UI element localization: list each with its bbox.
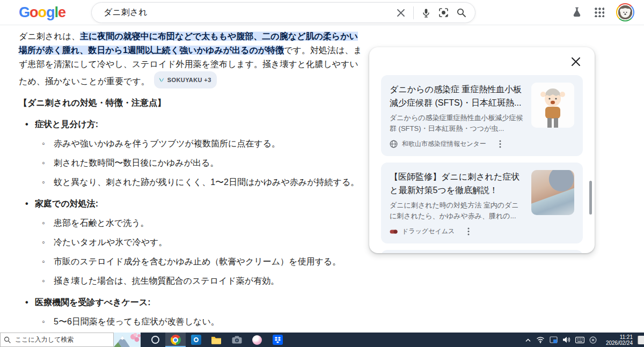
tray-ime-badge-icon[interactable] [550,336,558,344]
cortana-icon [151,336,159,344]
source-badge-label: SOKUYAKU +3 [167,73,211,87]
search-divider [413,6,414,19]
tray-keyboard-icon[interactable] [575,337,584,343]
file-explorer-icon [211,336,222,344]
camera-app-icon [232,336,242,344]
card-title[interactable]: ダニからの感染症 重症熱性血小板減少症候群 (SFTS)・日本紅斑熱... [390,83,525,109]
taskbar-cortana-button[interactable] [145,333,165,347]
logo-letter: e [58,4,65,20]
taskbar-search-icon [4,336,11,343]
source-name[interactable]: 和歌山市感染症情報センター [402,139,486,149]
taskbar-dropbox-button[interactable] [267,333,288,347]
globe-icon [390,140,398,148]
drugstore-favicon [390,229,398,234]
sokuyaku-logo-icon [158,77,165,83]
card-thumbnail-photo [531,170,574,215]
paragraph-text: ダニ刺されは、 [19,32,80,41]
taskbar-file-explorer-button[interactable] [206,333,226,347]
google-logo[interactable]: Google [19,4,65,21]
list-item: 刺された数時間〜数日後にかゆみが出る。 [35,157,362,169]
logo-letter: G [19,4,30,20]
list-item: 5〜6日間薬を使っても症状が改善しない。 [35,316,362,328]
tray-mute-circle-icon[interactable] [589,336,597,344]
group-label: 症状と見分け方: [35,120,98,129]
taskbar-chrome-button[interactable] [165,333,186,347]
tray-chevron-up-icon[interactable] [525,338,531,342]
list-group: 症状と見分け方: 赤みや強いかゆみを伴うブツブツが複数箇所に点在する。 刺された… [19,119,362,188]
outlook-icon [191,335,201,345]
logo-letter: o [30,4,38,20]
google-lens-icon[interactable] [438,8,449,18]
avatar-dog-photo [617,4,633,20]
clock-time: 11:21 [602,334,633,340]
source-card[interactable]: 【医師監修】ダニに刺された症状と最新対策5つを徹底解説！ ダニに刺された時の対処… [381,163,583,243]
source-name[interactable]: ドラッグセイムス [402,227,455,236]
list-item: 赤みや強いかゆみを伴うブツブツが複数箇所に点在する。 [35,138,362,150]
clear-x-icon[interactable] [396,8,406,18]
clock-date: 2026/02/24 [602,340,633,346]
tray-partial-icon[interactable] [638,336,644,344]
ai-overview-content: ダニ刺されは、主に夜間の就寝中に布団などで太ももや腹部、二の腕など肌の柔らかい場… [19,29,362,347]
tray-clock[interactable]: 11:21 2026/02/24 [602,334,633,346]
more-options-icon[interactable] [467,227,470,235]
chrome-icon [171,335,181,345]
ai-overview-paragraph: ダニ刺されは、主に夜間の就寝中に布団などで太ももや腹部、二の腕など肌の柔らかい場… [19,29,362,88]
magnifier-icon[interactable] [456,8,466,18]
taskbar-search-box[interactable]: ここに入力して検索 [0,333,114,347]
list-group: 家庭での対処法: 患部を石鹸と水で洗う。 冷たいタオルや氷で冷やす。 市販のステ… [19,198,362,287]
google-header-bar: Google [0,0,644,25]
taskbar-camera-button[interactable] [226,333,247,347]
taskbar-search-placeholder: ここに入力して検索 [15,335,74,344]
section-title: 【ダニ刺されの対処・特徴・注意点】 [19,97,362,109]
card-description: ダニからの感染症重症熱性血小板減少症候群 (SFTS)・日本紅斑熱・つつが虫..… [390,113,525,134]
logo-letter: o [38,4,47,20]
search-input[interactable] [104,8,396,18]
pink-app-icon [252,335,262,345]
labs-flask-icon[interactable] [571,6,583,18]
microphone-icon[interactable] [421,8,431,18]
list-item: 冷たいタオルや氷で冷やす。 [35,237,362,248]
source-badge[interactable]: SOKUYAKU +3 [154,71,217,88]
sources-panel: ダニからの感染症 重症熱性血小板減少症候群 (SFTS)・日本紅斑熱... ダニ… [369,47,595,253]
card-thumbnail-cartoon [531,83,574,128]
card-title[interactable]: 【医師監修】ダニに刺された症状と最新対策5つを徹底解説！ [390,170,525,197]
tray-wifi-icon[interactable] [536,336,545,343]
close-icon[interactable] [570,56,583,69]
profile-avatar[interactable] [616,3,634,21]
more-options-icon[interactable] [499,140,501,148]
logo-letter: g [46,4,55,20]
group-label: 医療機関を受診すべきケース: [35,298,151,307]
card-description: ダニに刺された時の対処方法 室内のダニに刺されたら、かゆみや赤み、腫れの... [390,200,525,222]
panel-scrollbar[interactable] [589,181,592,215]
list-item: 蚊と異なり、刺された跡が残りにくく、1〜2日間はかゆみや赤みが持続する。 [35,176,362,188]
list-item: 市販のステロイド成分を含むかゆみ止め（軟膏やクリーム）を使用する。 [35,256,362,268]
list-item: 患部を石鹸と水で洗う。 [35,217,362,229]
dropbox-icon [273,335,283,345]
source-card[interactable]: ダニ刺されの特徴とは？蚊による症 [381,250,583,253]
taskbar-outlook-button[interactable] [186,333,206,347]
desktop-screen: Google [0,0,644,347]
list-item: 掻き壊した場合は、抗生物質配合のステロイド薬が有効。 [35,275,362,287]
tray-speaker-icon[interactable] [562,336,570,343]
search-bar[interactable] [91,2,475,23]
windows-taskbar: ここに入力して検索 [0,333,644,347]
google-apps-grid-icon[interactable] [595,8,604,17]
overview-list: 症状と見分け方: 赤みや強いかゆみを伴うブツブツが複数箇所に点在する。 刺された… [19,119,362,347]
search-highlight-image[interactable] [114,333,141,347]
source-card[interactable]: ダニからの感染症 重症熱性血小板減少症候群 (SFTS)・日本紅斑熱... ダニ… [381,75,583,156]
taskbar-pink-app-button[interactable] [247,333,267,347]
group-label: 家庭での対処法: [35,199,98,208]
